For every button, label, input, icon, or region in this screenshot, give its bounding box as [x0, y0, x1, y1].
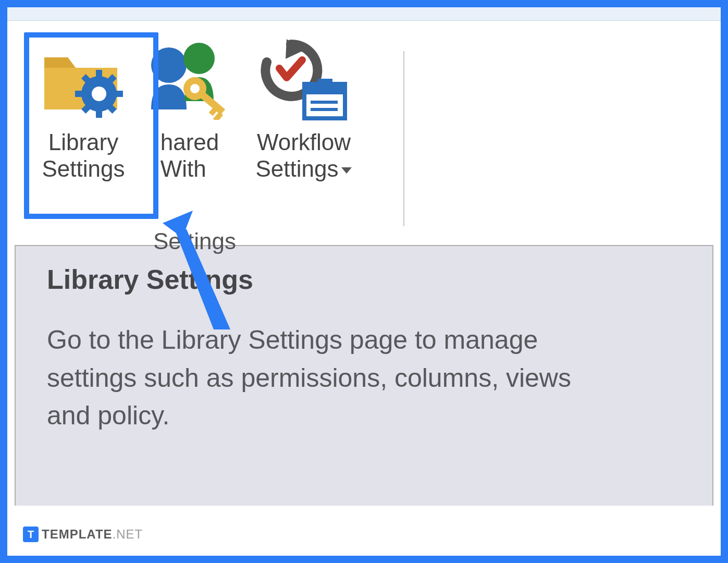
watermark-text: TEMPLATE.NET — [42, 527, 143, 542]
folder-gear-icon — [39, 36, 128, 125]
people-key-icon — [148, 36, 231, 125]
svg-point-1 — [92, 87, 106, 101]
svg-point-10 — [151, 47, 187, 83]
svg-rect-22 — [311, 108, 338, 111]
svg-rect-4 — [75, 91, 83, 97]
svg-rect-3 — [96, 109, 102, 118]
svg-rect-21 — [311, 101, 338, 104]
ribbon-button-label: Workflow Settings — [256, 129, 352, 182]
svg-rect-2 — [96, 70, 102, 78]
library-settings-button[interactable]: Library Settings — [26, 31, 141, 187]
template-logo-icon: T — [23, 527, 39, 542]
ribbon-group-divider — [403, 51, 404, 226]
ribbon-tab-strip — [7, 7, 721, 21]
svg-rect-19 — [304, 84, 345, 94]
shared-with-button[interactable]: hared With — [148, 31, 231, 187]
ribbon-button-label: hared With — [161, 129, 219, 182]
workflow-icon — [260, 36, 348, 125]
workflow-settings-button[interactable]: Workflow Settings — [239, 31, 369, 187]
watermark: T TEMPLATE.NET — [23, 527, 143, 542]
svg-rect-20 — [318, 79, 332, 85]
annotation-frame: Library Settings — [0, 0, 728, 563]
ribbon-group-label: Settings — [153, 228, 236, 254]
svg-rect-5 — [115, 91, 123, 97]
ribbon-button-label: Library Settings — [42, 129, 125, 182]
svg-point-11 — [183, 43, 215, 74]
tooltip-title: Library Settings — [47, 264, 681, 295]
tooltip-panel: Library Settings Go to the Library Setti… — [15, 245, 713, 506]
ribbon-settings-group: Library Settings — [7, 21, 721, 245]
tooltip-description: Go to the Library Settings page to manag… — [47, 321, 620, 435]
chevron-down-icon — [341, 167, 352, 174]
